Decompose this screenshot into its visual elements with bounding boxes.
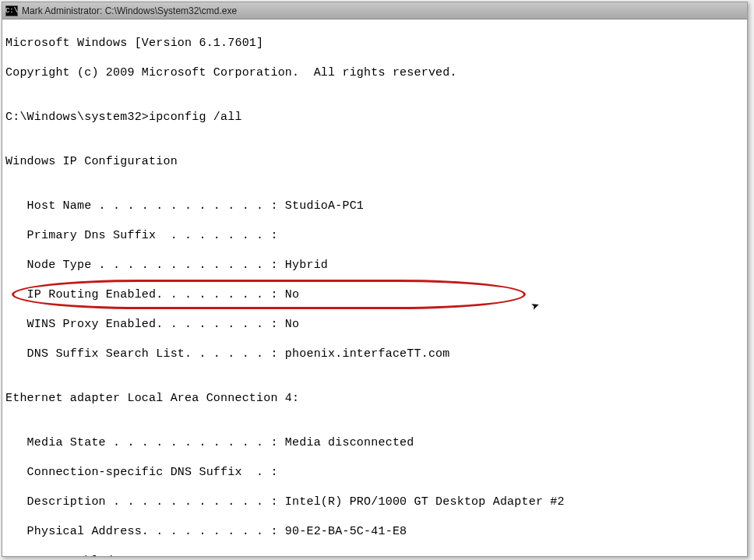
adapter4-header: Ethernet adapter Local Area Connection 4… (5, 391, 744, 406)
cmd-window: C:\ Mark Administrator: C:\Windows\Syste… (2, 2, 748, 557)
cfg-node-type: Node Type . . . . . . . . . . . . : Hybr… (5, 258, 744, 273)
line-copyright: Copyright (c) 2009 Microsoft Corporation… (5, 65, 744, 80)
line-version: Microsoft Windows [Version 6.1.7601] (5, 36, 744, 51)
a4-dhcp-enabled: DHCP Enabled. . . . . . . . . . . : Yes (5, 554, 744, 556)
cfg-dns-suffix-list: DNS Suffix Search List. . . . . . : phoe… (5, 347, 744, 361)
window-titlebar[interactable]: C:\ Mark Administrator: C:\Windows\Syste… (2, 2, 747, 19)
header-ipconfig: Windows IP Configuration (5, 154, 744, 169)
a4-description: Description . . . . . . . . . . . : Inte… (5, 495, 744, 509)
cfg-ip-routing: IP Routing Enabled. . . . . . . . : No (5, 287, 744, 302)
terminal-output[interactable]: Microsoft Windows [Version 6.1.7601] Cop… (2, 19, 747, 556)
window-title: Mark Administrator: C:\Windows\System32\… (22, 5, 237, 16)
a4-media-state: Media State . . . . . . . . . . . : Medi… (5, 435, 744, 450)
a4-physical-address: Physical Address. . . . . . . . . : 90-E… (5, 524, 744, 539)
cfg-host-name: Host Name . . . . . . . . . . . . : Stud… (5, 199, 744, 213)
cmd-icon: C:\ (5, 5, 18, 16)
prompt-command: C:\Windows\system32>ipconfig /all (5, 110, 744, 125)
cfg-wins-proxy: WINS Proxy Enabled. . . . . . . . : No (5, 317, 744, 332)
cfg-primary-dns: Primary Dns Suffix . . . . . . . : (5, 228, 744, 243)
a4-conn-dns: Connection-specific DNS Suffix . : (5, 465, 744, 480)
